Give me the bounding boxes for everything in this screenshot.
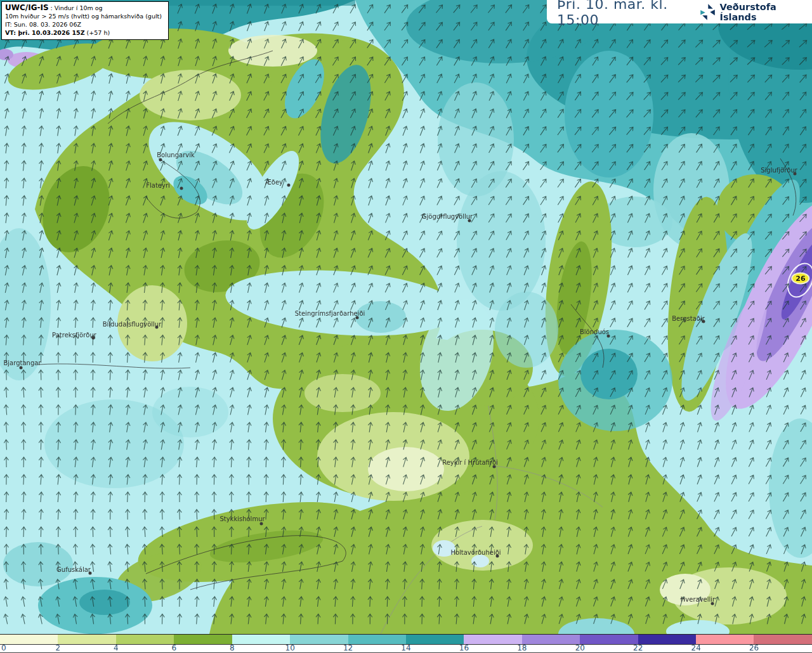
- weather-map: BolungarvíkFlateyriÆðeyGjögurflugvöllurS…: [0, 0, 812, 634]
- map-place-label: Blönduós: [580, 328, 609, 335]
- colorbar-segment: [754, 635, 811, 644]
- map-place-dot: [702, 320, 705, 323]
- map-place-dot: [607, 335, 610, 338]
- map-place-label: Flateyri: [146, 182, 170, 189]
- map-place-dot: [92, 337, 95, 340]
- colorbar-segment: [290, 635, 348, 644]
- map-place-dot: [260, 522, 263, 526]
- map-place-dot: [180, 187, 183, 190]
- map-place-label: Gufuskálar: [56, 566, 91, 573]
- colorbar-tick: 18: [517, 643, 527, 652]
- colorbar-segment: [174, 635, 232, 644]
- map-place-dot: [20, 366, 23, 370]
- map-place-label: Bjargtangar: [3, 359, 41, 366]
- brand-name: Veðurstofa Íslands: [719, 2, 807, 22]
- map-place-label: Stykkishólmur: [219, 515, 265, 522]
- colorbar-tick: 24: [691, 643, 701, 652]
- max-gust-badge: 26: [791, 273, 809, 285]
- map-place-label: Steingrímsfjarðarheiði: [295, 310, 365, 317]
- colorbar-tick: 26: [749, 643, 759, 652]
- model-title-rest: : Vindur í 10m og: [49, 4, 103, 11]
- map-place-label: Bergstaðir: [672, 315, 705, 322]
- colorbar-tick: 8: [230, 643, 235, 652]
- colorbar-segment: [464, 635, 521, 644]
- colorbar-tick: 16: [459, 643, 469, 652]
- met-office-logo-icon: [699, 3, 716, 22]
- model-name: UWC/IG-IS: [5, 3, 49, 12]
- colorbar-segment: [116, 635, 174, 644]
- map-place-dot: [159, 158, 162, 162]
- map-place-dot: [89, 572, 92, 575]
- colorbar-tick: 22: [633, 643, 643, 652]
- title-bar: Þri. 10. mar. kl. 15:00 Veðurstofa Íslan…: [547, 0, 812, 23]
- map-place-dot: [155, 326, 159, 329]
- map-place-label: Bolungarvík: [157, 152, 195, 158]
- colorbar-segment: [348, 635, 406, 644]
- colorbar-tick: 6: [171, 643, 176, 652]
- map-place-label: Æðey: [265, 179, 283, 186]
- colorbar-tick: 14: [401, 643, 410, 652]
- valid-datetime-title: Þri. 10. mar. kl. 15:00: [547, 0, 699, 28]
- colorbar-segment: [58, 635, 115, 644]
- colorbar-segment: [232, 635, 290, 644]
- map-place-label: Patreksfjörður: [52, 332, 96, 339]
- colorbar-tick: 12: [343, 643, 353, 652]
- map-place-label: Bíldudalsflugvöllur: [103, 321, 162, 328]
- colorbar-segment: [522, 635, 580, 644]
- map-place-label: Siglufjörður: [761, 167, 797, 174]
- map-place-dot: [287, 184, 291, 187]
- colorbar-segment: [0, 635, 58, 644]
- colorbar-segment: [406, 635, 464, 644]
- map-place-dot: [468, 219, 471, 223]
- colorbar-tick: 10: [285, 643, 295, 652]
- map-place-dot: [496, 555, 499, 558]
- model-title-line: UWC/IG-IS : Vindur í 10m og: [5, 4, 165, 12]
- map-place-label: Gjögurflugvöllur: [422, 213, 473, 220]
- map-place-label: Holtavörðuheiði: [450, 549, 501, 556]
- init-time-line: IT: Sun. 08. 03. 2026 06Z: [5, 20, 165, 29]
- colorbar-tick: 0: [1, 643, 6, 652]
- brand: Veðurstofa Íslands: [699, 2, 812, 22]
- valid-time-rest: (+57 h): [85, 29, 110, 36]
- colorbar-tick: 4: [114, 643, 119, 652]
- valid-time-line: VT: þri. 10.03.2026 15Z (+57 h): [5, 29, 165, 37]
- map-place-dot: [794, 172, 797, 176]
- colorbar-segment: [696, 635, 754, 644]
- map-place-label: Hveravellir: [681, 596, 715, 603]
- weather-map-page: BolungarvíkFlateyriÆðeyGjögurflugvöllurS…: [0, 0, 812, 653]
- model-subtitle-line: 10m hviður > 25 m/s (hvítt) og hámarkshv…: [5, 12, 165, 20]
- colorbar-tick: 2: [56, 643, 61, 652]
- model-info-box: UWC/IG-IS : Vindur í 10m og 10m hviður >…: [1, 1, 169, 40]
- map-place-dot: [356, 316, 359, 320]
- map-place-dot: [711, 602, 714, 605]
- colorbar-tick-labels: 02468101214161820222426: [0, 645, 812, 653]
- colorbar-tick: 20: [575, 643, 585, 652]
- valid-time-bold: VT: þri. 10.03.2026 15Z: [5, 29, 85, 36]
- colorbar-segment: [638, 635, 696, 644]
- map-place-label: Reykir í Hrútafirði: [442, 459, 498, 466]
- map-place-dot: [493, 465, 496, 469]
- colorbar-segment: [580, 635, 638, 644]
